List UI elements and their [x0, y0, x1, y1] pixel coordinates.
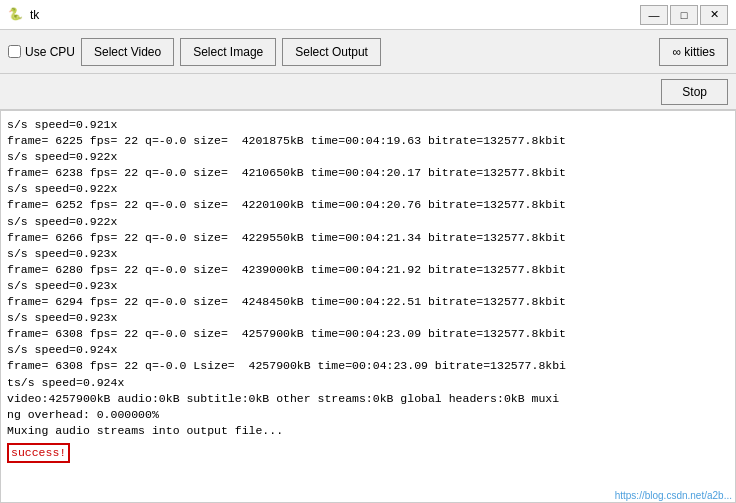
- log-line: ng overhead: 0.000000%: [7, 407, 731, 423]
- log-line: ts/s speed=0.924x: [7, 375, 731, 391]
- maximize-button[interactable]: □: [670, 5, 698, 25]
- use-cpu-label: Use CPU: [25, 45, 75, 59]
- log-line: frame= 6308 fps= 22 q=-0.0 size= 4257900…: [7, 326, 731, 342]
- log-line: s/s speed=0.924x: [7, 342, 731, 358]
- log-line: frame= 6294 fps= 22 q=-0.0 size= 4248450…: [7, 294, 731, 310]
- infinite-kitties-button[interactable]: ∞ kitties: [659, 38, 728, 66]
- log-line: s/s speed=0.922x: [7, 181, 731, 197]
- log-line: frame= 6225 fps= 22 q=-0.0 size= 4201875…: [7, 133, 731, 149]
- watermark: https://blog.csdn.net/a2b...: [615, 490, 732, 501]
- success-message: success!: [7, 443, 70, 463]
- log-lines: s/s speed=0.921xframe= 6225 fps= 22 q=-0…: [7, 117, 731, 439]
- use-cpu-container: Use CPU: [8, 45, 75, 59]
- log-line: frame= 6280 fps= 22 q=-0.0 size= 4239000…: [7, 262, 731, 278]
- select-video-button[interactable]: Select Video: [81, 38, 174, 66]
- toolbar: Use CPU Select Video Select Image Select…: [0, 30, 736, 74]
- log-line: frame= 6238 fps= 22 q=-0.0 size= 4210650…: [7, 165, 731, 181]
- title-bar: 🐍 tk — □ ✕: [0, 0, 736, 30]
- log-line: s/s speed=0.923x: [7, 278, 731, 294]
- stop-button[interactable]: Stop: [661, 79, 728, 105]
- close-button[interactable]: ✕: [700, 5, 728, 25]
- log-line: Muxing audio streams into output file...: [7, 423, 731, 439]
- minimize-button[interactable]: —: [640, 5, 668, 25]
- select-image-button[interactable]: Select Image: [180, 38, 276, 66]
- use-cpu-checkbox[interactable]: [8, 45, 21, 58]
- log-output: s/s speed=0.921xframe= 6225 fps= 22 q=-0…: [0, 110, 736, 503]
- window-controls: — □ ✕: [640, 5, 728, 25]
- stop-row: Stop: [0, 74, 736, 110]
- log-line: s/s speed=0.923x: [7, 246, 731, 262]
- log-line: s/s speed=0.921x: [7, 117, 731, 133]
- log-line: frame= 6266 fps= 22 q=-0.0 size= 4229550…: [7, 230, 731, 246]
- select-output-button[interactable]: Select Output: [282, 38, 381, 66]
- log-line: frame= 6308 fps= 22 q=-0.0 Lsize= 425790…: [7, 358, 731, 374]
- log-line: video:4257900kB audio:0kB subtitle:0kB o…: [7, 391, 731, 407]
- log-line: s/s speed=0.923x: [7, 310, 731, 326]
- log-line: s/s speed=0.922x: [7, 149, 731, 165]
- app-icon: 🐍: [8, 7, 24, 23]
- log-line: frame= 6252 fps= 22 q=-0.0 size= 4220100…: [7, 197, 731, 213]
- window-title: tk: [30, 8, 39, 22]
- log-line: s/s speed=0.922x: [7, 214, 731, 230]
- title-bar-left: 🐍 tk: [8, 7, 39, 23]
